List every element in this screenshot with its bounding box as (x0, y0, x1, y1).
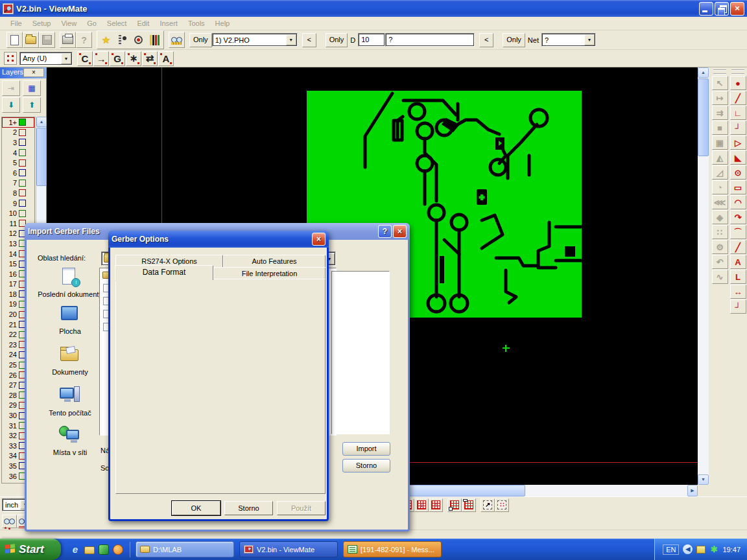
layer-row[interactable]: 5 (2, 158, 34, 168)
view-dcodes-button[interactable] (2, 515, 17, 528)
menu-item[interactable]: Go (82, 18, 102, 29)
undo-shape-tool[interactable]: ↶ (712, 255, 728, 269)
close-icon[interactable]: × (393, 225, 407, 238)
active-layer-combo[interactable]: 1) V2.PHO ▼ (212, 33, 298, 47)
layer-row[interactable]: 2 (2, 128, 34, 138)
tray-green-icon[interactable]: ✱ (709, 545, 718, 554)
explorer-folder-icon[interactable] (84, 546, 95, 554)
scroll-right-icon[interactable]: ▶ (687, 485, 698, 496)
layer-color-swatch[interactable] (19, 119, 26, 126)
menu-item[interactable]: Select (102, 18, 132, 29)
task-messenger[interactable]: [191-482-091] - Mess... (343, 541, 442, 557)
elbow-trace-tool[interactable]: ┘ (730, 299, 746, 314)
scroll-up-icon[interactable]: ▲ (36, 117, 47, 127)
pan-down-button[interactable]: ↓ (414, 498, 429, 512)
language-indicator[interactable]: EN (663, 544, 679, 555)
text-tool[interactable]: A (730, 255, 746, 269)
step-repeat-tool[interactable]: ⇉ (712, 106, 728, 120)
filter-text-button[interactable]: A (158, 51, 174, 66)
flash-pad-tool[interactable]: ● (730, 76, 746, 90)
dcode-query-input[interactable]: ? (385, 33, 475, 47)
filter-pads-button[interactable]: ⇄ (142, 51, 158, 66)
menu-item[interactable]: Edit (132, 18, 154, 29)
layer-row[interactable]: 8 (2, 188, 34, 198)
ok-button[interactable]: OK (172, 501, 220, 515)
layer-row[interactable]: 9 (2, 198, 34, 209)
prev-dcode-button[interactable]: < (479, 33, 493, 47)
canvas-vscrollbar[interactable]: ▲ ▼ (698, 67, 709, 485)
chevron-down-icon[interactable]: ▼ (61, 53, 71, 64)
filled-polygon-tool[interactable]: ◣ (730, 150, 746, 165)
corner-trace-tool[interactable]: ┘ (730, 121, 746, 135)
tab-auto-features[interactable]: Auto Features (223, 255, 326, 267)
layer-row[interactable]: 1+ (2, 117, 34, 128)
place-network[interactable]: Místa v síti (34, 425, 106, 456)
layer-row[interactable]: 10 (2, 208, 34, 218)
scrollbar-thumb[interactable] (698, 78, 709, 156)
label-tool[interactable]: L (730, 270, 746, 284)
layer-color-swatch[interactable] (19, 159, 26, 167)
import-cancel-button[interactable]: Storno (342, 459, 390, 472)
layer-settings-button[interactable]: ▦ (23, 80, 41, 96)
palette-drag-handle[interactable] (731, 69, 744, 75)
help-icon[interactable]: ? (378, 225, 392, 238)
menu-item[interactable]: File (5, 18, 27, 29)
tray-chevron-icon[interactable]: ◀ (683, 544, 693, 554)
view-board-box-button[interactable] (462, 498, 476, 512)
open-button[interactable] (23, 32, 39, 48)
scroll-up-icon[interactable]: ▲ (698, 67, 709, 78)
pick-dcode-button[interactable] (130, 32, 147, 48)
place-recent-documents[interactable]: Poslední dokumenty (34, 266, 106, 298)
layer-colors-button[interactable] (147, 32, 163, 48)
layer-color-swatch[interactable] (19, 210, 26, 217)
menu-item[interactable]: Tools (183, 18, 210, 29)
highlight-button[interactable]: ★ (98, 32, 114, 48)
layer-color-swatch[interactable] (19, 149, 26, 156)
import-button[interactable]: Import (342, 442, 390, 456)
layer-color-swatch[interactable] (19, 189, 26, 196)
tab-file-interpretation[interactable]: File Interpretation (213, 267, 326, 279)
tab-data-format[interactable]: Data Format (115, 265, 213, 280)
filter-gerber-button[interactable]: G (110, 51, 125, 66)
close-icon[interactable]: × (23, 68, 44, 77)
layer-move-up-button[interactable]: ⬆ (23, 97, 41, 113)
dimension-tool[interactable]: ↔ (730, 285, 746, 299)
layer-color-swatch[interactable] (19, 129, 26, 136)
menu-item[interactable]: Setup (27, 18, 56, 29)
measure-button[interactable] (114, 32, 130, 48)
close-button[interactable]: × (730, 2, 744, 16)
curve-tool[interactable]: ↷ (730, 210, 746, 224)
internet-explorer-icon[interactable]: e (70, 544, 80, 555)
filter-traces-button[interactable]: → (93, 51, 109, 66)
dcode-input[interactable]: 10 (358, 33, 385, 47)
stretch-select-button[interactable]: ↗ (480, 498, 495, 512)
line-tool[interactable]: ╱ (730, 91, 746, 105)
layer-color-swatch[interactable] (19, 169, 26, 176)
chevron-down-icon[interactable]: ▼ (286, 34, 296, 45)
menu-item[interactable]: View (56, 18, 82, 29)
view-film-box-button[interactable] (447, 498, 462, 512)
layer-color-swatch[interactable] (19, 180, 26, 187)
place-documents[interactable]: Dokumenty (34, 344, 106, 376)
layer-insert-button[interactable]: ⇥ (2, 80, 20, 96)
pad-rect-tool[interactable]: ▣ (712, 135, 728, 150)
firefox-icon[interactable] (113, 544, 123, 555)
restore-button[interactable] (715, 2, 729, 16)
filter-flashes-button[interactable]: ∗ (126, 51, 141, 66)
filter-components-button[interactable]: C (77, 51, 93, 66)
layer-row[interactable]: 6 (2, 168, 34, 178)
save-button[interactable] (39, 32, 55, 48)
chevron-down-icon[interactable]: ▼ (584, 34, 595, 45)
layer-row[interactable]: 3 (2, 137, 34, 148)
only-net-toggle[interactable]: Only (503, 33, 525, 47)
minimize-button[interactable] (699, 2, 713, 16)
cancel-button[interactable]: Storno (224, 501, 273, 515)
scroll-down-icon[interactable]: ▼ (698, 474, 709, 485)
arc-edit-tool[interactable]: ◔ (712, 180, 728, 194)
select-inside-button[interactable]: ∷ (495, 498, 509, 512)
settings-tool[interactable]: ⚙ (712, 240, 728, 254)
layer-color-swatch[interactable] (19, 200, 26, 207)
new-button[interactable] (6, 32, 23, 48)
place-desktop[interactable]: Plocha (34, 303, 106, 335)
net-combo[interactable]: ? ▼ (541, 33, 596, 47)
